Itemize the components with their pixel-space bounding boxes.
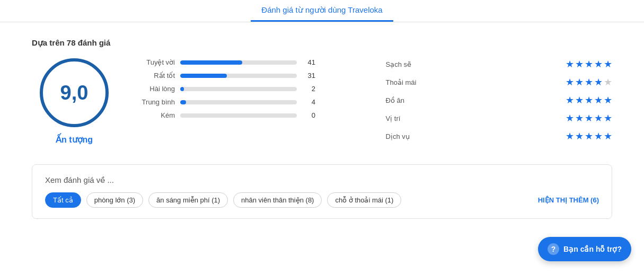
category-name: Đồ ăn bbox=[386, 96, 423, 104]
star-full-icon: ★ bbox=[575, 112, 584, 124]
reviews-layout: 9,0 Ấn tượng Tuyệt vời 41 Rất tốt 31 Hài… bbox=[32, 58, 612, 148]
star-full-icon: ★ bbox=[575, 58, 584, 70]
star-full-icon: ★ bbox=[575, 76, 584, 88]
stars-container: ★★★★★ bbox=[566, 58, 612, 70]
stars-container: ★★★★★ bbox=[566, 112, 612, 124]
star-full-icon: ★ bbox=[604, 112, 612, 124]
star-full-icon: ★ bbox=[566, 76, 574, 88]
star-full-icon: ★ bbox=[585, 76, 593, 88]
tab-header: Đánh giá từ người dùng Traveloka bbox=[0, 0, 644, 22]
star-full-icon: ★ bbox=[575, 94, 584, 106]
bar-label: Trung bình bbox=[138, 98, 175, 106]
filter-tag[interactable]: ăn sáng miễn phí (1) bbox=[148, 192, 228, 208]
star-full-icon: ★ bbox=[604, 58, 612, 70]
filter-title: Xem đánh giá về ... bbox=[45, 175, 599, 185]
review-count: 78 bbox=[67, 38, 76, 47]
star-full-icon: ★ bbox=[585, 58, 593, 70]
category-row: Thoải mái ★★★★★ bbox=[386, 76, 613, 88]
star-full-icon: ★ bbox=[585, 94, 593, 106]
bar-count: 0 bbox=[302, 111, 315, 119]
star-full-icon: ★ bbox=[585, 112, 593, 124]
help-icon: ? bbox=[548, 243, 559, 255]
bar-fill bbox=[180, 100, 186, 104]
category-stars: Sạch sẽ ★★★★★ Thoải mái ★★★★★ Đồ ăn ★★★★… bbox=[386, 58, 613, 148]
bar-count: 31 bbox=[302, 72, 315, 79]
bar-track bbox=[180, 113, 297, 118]
filter-tags: Tất cảphòng lớn (3)ăn sáng miễn phí (1)n… bbox=[45, 192, 599, 208]
star-half-icon: ★ bbox=[604, 94, 612, 106]
rating-bar-row: Hài lòng 2 bbox=[138, 85, 365, 93]
rating-bar-row: Trung bình 4 bbox=[138, 98, 365, 106]
bar-track bbox=[180, 100, 297, 104]
category-name: Sạch sẽ bbox=[386, 60, 423, 68]
page-container: Đánh giá từ người dùng Traveloka Dựa trê… bbox=[0, 0, 644, 274]
filter-tag[interactable]: phòng lớn (3) bbox=[86, 192, 143, 208]
bar-count: 41 bbox=[302, 58, 315, 66]
star-full-icon: ★ bbox=[585, 130, 593, 142]
stars-container: ★★★★★ bbox=[566, 130, 612, 142]
rating-bar-row: Kém 0 bbox=[138, 111, 365, 119]
bar-fill bbox=[180, 87, 184, 91]
rating-bars: Tuyệt vời 41 Rất tốt 31 Hài lòng 2 Trung… bbox=[138, 58, 365, 125]
star-full-icon: ★ bbox=[594, 130, 603, 142]
star-full-icon: ★ bbox=[594, 76, 603, 88]
category-row: Vị trí ★★★★★ bbox=[386, 112, 613, 124]
star-full-icon: ★ bbox=[575, 130, 584, 142]
bar-track bbox=[180, 60, 297, 65]
category-name: Thoải mái bbox=[386, 78, 423, 86]
star-full-icon: ★ bbox=[566, 94, 574, 106]
filter-tag[interactable]: nhân viên thân thiện (8) bbox=[233, 192, 322, 208]
filter-tag[interactable]: Tất cả bbox=[45, 192, 81, 208]
star-full-icon: ★ bbox=[566, 130, 574, 142]
bar-track bbox=[180, 87, 297, 91]
show-more-link[interactable]: HIỆN THỊ THÊM (6) bbox=[538, 196, 599, 204]
rating-bar-row: Tuyệt vời 41 bbox=[138, 58, 365, 66]
category-row: Dịch vụ ★★★★★ bbox=[386, 130, 613, 142]
score-circle-container: 9,0 Ấn tượng bbox=[32, 58, 117, 145]
rating-bar-row: Rất tốt 31 bbox=[138, 72, 365, 79]
bar-count: 4 bbox=[302, 98, 315, 106]
bar-count: 2 bbox=[302, 85, 315, 93]
star-half-icon: ★ bbox=[604, 130, 612, 142]
help-label: Bạn cần hỗ trợ? bbox=[563, 245, 622, 253]
score-circle: 9,0 bbox=[40, 58, 109, 127]
score-label: Ấn tượng bbox=[56, 135, 93, 145]
category-row: Đồ ăn ★★★★★ bbox=[386, 94, 613, 106]
category-name: Dịch vụ bbox=[386, 132, 423, 140]
star-full-icon: ★ bbox=[594, 58, 603, 70]
bar-fill bbox=[180, 60, 242, 65]
bar-label: Rất tốt bbox=[138, 72, 175, 79]
star-full-icon: ★ bbox=[594, 112, 603, 124]
category-row: Sạch sẽ ★★★★★ bbox=[386, 58, 613, 70]
bar-label: Hài lòng bbox=[138, 85, 175, 93]
category-name: Vị trí bbox=[386, 114, 423, 122]
help-button[interactable]: ? Bạn cần hỗ trợ? bbox=[538, 237, 631, 261]
filter-tag[interactable]: chỗ ở thoải mái (1) bbox=[327, 192, 401, 208]
filter-section: Xem đánh giá về ... Tất cảphòng lớn (3)ă… bbox=[32, 164, 612, 219]
score-number: 9,0 bbox=[60, 82, 89, 104]
bar-label: Kém bbox=[138, 111, 175, 119]
bar-label: Tuyệt vời bbox=[138, 58, 175, 66]
bar-track bbox=[180, 74, 297, 78]
tab-reviews[interactable]: Đánh giá từ người dùng Traveloka bbox=[251, 0, 393, 22]
stars-container: ★★★★★ bbox=[566, 76, 612, 88]
reviews-summary-title: Dựa trên 78 đánh giá bbox=[32, 38, 612, 48]
main-content: Dựa trên 78 đánh giá 9,0 Ấn tượng Tuyệt … bbox=[0, 38, 644, 219]
star-empty-icon: ★ bbox=[604, 76, 612, 88]
bar-fill bbox=[180, 74, 227, 78]
star-full-icon: ★ bbox=[566, 58, 574, 70]
stars-container: ★★★★★ bbox=[566, 94, 612, 106]
star-full-icon: ★ bbox=[566, 112, 574, 124]
star-full-icon: ★ bbox=[594, 94, 603, 106]
